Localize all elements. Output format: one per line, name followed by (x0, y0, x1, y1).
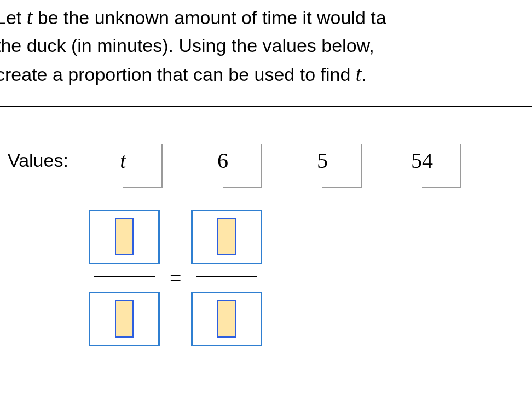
drop-slot-left-denominator[interactable] (89, 292, 160, 346)
work-area: Values: t 6 5 54 = (0, 106, 532, 395)
fraction-right (191, 210, 262, 346)
drop-slot-right-numerator[interactable] (191, 210, 262, 264)
proportion-builder: = (89, 210, 532, 346)
values-row: Values: t 6 5 54 (8, 133, 532, 188)
drop-slot-right-denominator[interactable] (191, 292, 262, 346)
value-tile-6[interactable]: 6 (183, 133, 262, 188)
prompt-text-3: the duck (in minutes). Using the values … (0, 35, 374, 56)
value-tile-t[interactable]: t (84, 133, 163, 188)
question-prompt: Let t be the unknown amount of time it w… (0, 0, 532, 89)
values-label: Values: (8, 150, 68, 171)
slot-placeholder-icon (217, 218, 236, 255)
drop-slot-left-numerator[interactable] (89, 210, 160, 264)
fraction-bar-right (196, 276, 257, 277)
value-tile-54[interactable]: 54 (383, 133, 461, 188)
fraction-bar-left (94, 276, 155, 277)
slot-placeholder-icon (115, 300, 134, 338)
prompt-text-4: create a proportion that can be used to … (0, 64, 356, 85)
equals-sign: = (170, 266, 181, 290)
value-tile-5[interactable]: 5 (283, 133, 362, 188)
prompt-text-2: be the unknown amount of time it would t… (32, 7, 386, 28)
variable-t-1: t (27, 5, 33, 28)
variable-t-2: t (356, 62, 362, 85)
slot-placeholder-icon (217, 300, 236, 338)
prompt-text-1: Let (0, 7, 27, 28)
prompt-text-5: . (361, 64, 366, 85)
fraction-left (89, 210, 160, 346)
slot-placeholder-icon (115, 218, 134, 255)
